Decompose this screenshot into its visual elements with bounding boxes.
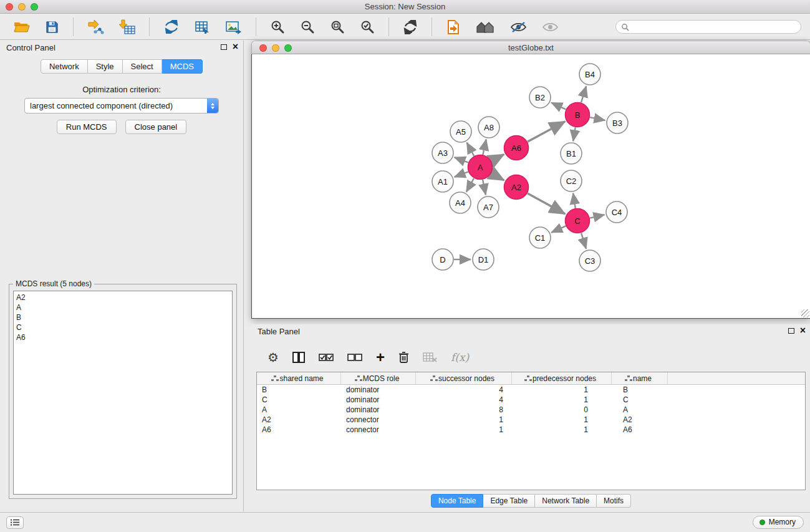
function-builder-icon[interactable]: f(x) (451, 351, 469, 364)
table-row[interactable]: Adominator80A (257, 405, 805, 415)
graph-edge-B-B4[interactable] (581, 86, 586, 102)
column-header[interactable]: MCDS role (341, 372, 416, 384)
window-resize-handle[interactable] (801, 309, 809, 317)
minimize-window-button[interactable] (18, 3, 26, 11)
search-input[interactable] (632, 22, 796, 31)
import-table-button[interactable] (117, 18, 138, 36)
graph-node-C2[interactable] (561, 170, 582, 191)
show-network-overview-button[interactable] (473, 19, 498, 35)
graph-node-A8[interactable] (478, 117, 499, 138)
new-network-button[interactable] (161, 19, 182, 35)
close-panel-icon[interactable]: × (233, 43, 238, 51)
graph-node-A7[interactable] (478, 196, 499, 218)
network-canvas[interactable]: B4B2BB3A8A5A6A3B1AC2A1A2A4A7C4CC1DD1C3 (251, 54, 810, 319)
graph-edge-A-A3[interactable] (455, 157, 468, 163)
column-header[interactable]: shared name (257, 372, 341, 384)
graph-node-A2[interactable] (504, 175, 529, 200)
zoom-window-button[interactable] (31, 3, 38, 11)
graph-edge-C-C4[interactable] (590, 215, 605, 218)
table-row[interactable]: A2connector11A2 (257, 415, 805, 425)
graph-edge-B-B1[interactable] (573, 127, 576, 141)
show-columns-icon[interactable] (292, 352, 305, 363)
delete-table-icon[interactable] (423, 352, 437, 362)
graph-edge-A-A6[interactable] (491, 155, 504, 162)
graph-edge-A-A7[interactable] (483, 180, 486, 195)
zoom-out-button[interactable] (297, 18, 317, 36)
save-session-button[interactable] (42, 19, 62, 36)
graph-node-A5[interactable] (450, 121, 471, 142)
add-column-icon[interactable]: + (376, 351, 385, 364)
memory-button[interactable]: Memory (753, 516, 804, 529)
graph-node-B3[interactable] (607, 112, 628, 133)
tab-edge-table[interactable]: Edge Table (483, 494, 535, 508)
graph-edge-C-C2[interactable] (573, 193, 576, 208)
deselect-all-icon[interactable] (347, 354, 362, 361)
graph-node-D[interactable] (432, 249, 453, 270)
table-settings-gear-icon[interactable]: ⚙ (268, 351, 279, 364)
graph-node-B2[interactable] (529, 87, 551, 108)
graph-node-C3[interactable] (579, 250, 600, 271)
float-panel-icon[interactable] (221, 44, 227, 50)
zoom-network-window-button[interactable] (284, 44, 292, 52)
graph-edge-A6-B[interactable] (528, 122, 565, 142)
search-field[interactable] (615, 20, 801, 34)
zoom-fit-button[interactable] (327, 18, 347, 36)
open-recent-file-button[interactable] (443, 18, 463, 36)
close-window-button[interactable] (6, 3, 13, 11)
list-item[interactable]: A2 (14, 293, 232, 302)
graph-edge-A2-C[interactable] (528, 193, 565, 214)
window-controls[interactable] (6, 3, 38, 11)
run-mcds-button[interactable]: Run MCDS (57, 120, 117, 134)
graph-node-B[interactable] (566, 103, 590, 127)
criterion-dropdown[interactable]: largest connected component (directed) (24, 98, 219, 114)
open-session-button[interactable] (11, 19, 32, 35)
table-row[interactable]: Bdominator41B (257, 385, 805, 395)
close-table-panel-icon[interactable]: × (800, 327, 806, 334)
zoom-selected-button[interactable] (357, 18, 377, 36)
float-table-panel-icon[interactable] (788, 328, 794, 334)
graph-node-A[interactable] (468, 155, 493, 180)
table-row[interactable]: Cdominator41C (257, 395, 805, 405)
graph-edge-A-A4[interactable] (466, 178, 474, 192)
list-item[interactable]: A (14, 302, 232, 312)
tab-select[interactable]: Select (123, 59, 162, 74)
hide-graphics-details-button[interactable] (508, 20, 529, 34)
tab-mcds[interactable]: MCDS (162, 59, 203, 74)
graph-node-D1[interactable] (473, 249, 494, 270)
minimize-network-window-button[interactable] (272, 44, 279, 52)
graph-node-A1[interactable] (432, 171, 453, 192)
delete-column-icon[interactable] (398, 351, 409, 364)
close-panel-button[interactable]: Close panel (125, 120, 187, 134)
list-item[interactable]: C (14, 322, 232, 332)
dropdown-stepper-icon[interactable] (207, 99, 218, 113)
tab-node-table[interactable]: Node Table (431, 494, 484, 508)
list-item[interactable]: B (14, 312, 232, 322)
column-header[interactable]: predecessor nodes (512, 372, 612, 384)
graph-node-C[interactable] (566, 209, 590, 233)
graph-node-A3[interactable] (432, 142, 453, 163)
column-header[interactable]: name (612, 372, 668, 384)
graph-edge-B-B2[interactable] (551, 103, 566, 110)
export-image-button[interactable] (223, 19, 244, 36)
tab-network[interactable]: Network (41, 59, 88, 74)
column-header[interactable]: successor nodes (416, 372, 512, 384)
graph-edge-A-A2[interactable] (491, 173, 504, 180)
zoom-in-button[interactable] (268, 18, 287, 36)
graph-edge-B-B3[interactable] (590, 117, 605, 120)
refresh-view-button[interactable] (400, 19, 420, 36)
select-all-icon[interactable] (319, 354, 334, 361)
graph-edge-A-A8[interactable] (483, 140, 486, 155)
export-table-button[interactable] (192, 19, 213, 36)
show-graphics-details-button[interactable] (539, 20, 561, 34)
tab-motifs[interactable]: Motifs (597, 494, 631, 508)
table-row[interactable]: A6connector11A6 (257, 425, 805, 435)
import-network-button[interactable] (85, 18, 107, 36)
graph-node-A6[interactable] (504, 136, 529, 160)
close-network-window-button[interactable] (259, 44, 267, 52)
tab-network-table[interactable]: Network Table (535, 494, 597, 508)
graph-node-B4[interactable] (579, 64, 600, 85)
mcds-result-list[interactable]: A2ABCA6 (13, 291, 233, 495)
graph-node-C4[interactable] (606, 201, 627, 223)
list-item[interactable]: A6 (14, 332, 232, 342)
graph-edge-C-C3[interactable] (581, 233, 586, 249)
